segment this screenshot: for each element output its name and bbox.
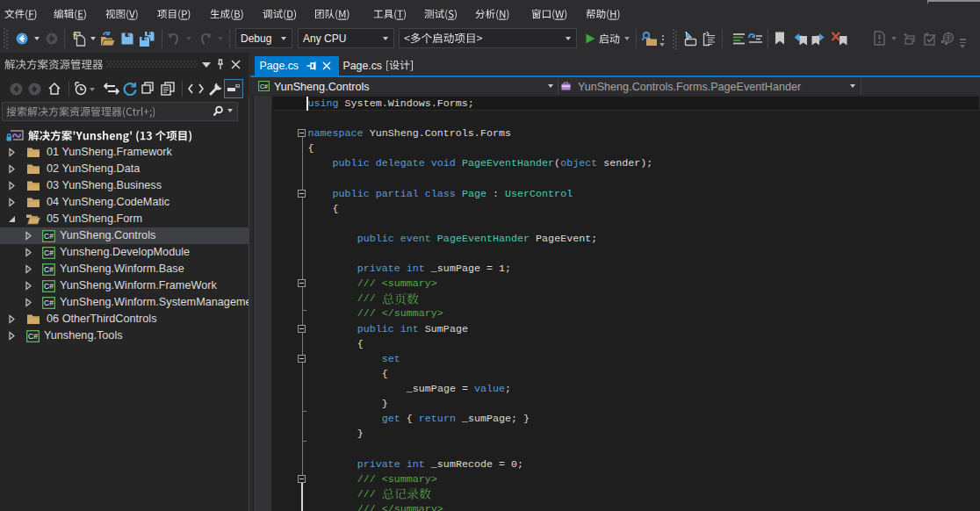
svg-text:C#: C# (44, 265, 54, 274)
svg-text:C#: C# (44, 248, 54, 257)
svg-text:C#: C# (260, 82, 268, 90)
svg-text:C#: C# (44, 232, 54, 241)
svg-text:C#: C# (44, 299, 54, 307)
svg-text:C#: C# (28, 332, 38, 341)
svg-text:C#: C# (44, 282, 54, 291)
